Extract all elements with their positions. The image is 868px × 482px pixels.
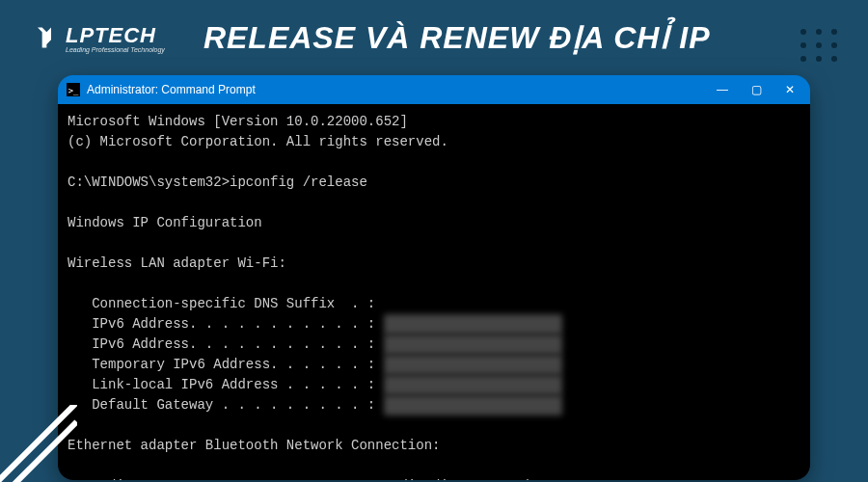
maximize-button[interactable]: ▢ xyxy=(751,83,762,96)
terminal-line: IPv6 Address. . . . . . . . . . . : xyxy=(68,336,375,352)
decorative-corner xyxy=(0,405,77,482)
close-button[interactable]: ✕ xyxy=(785,83,795,96)
cmd-icon: >_ xyxy=(66,82,81,97)
redacted-value: xxxxxxxxxxxxxxxxxxxxxx xyxy=(384,335,562,355)
redacted-value: xxxxxxxxxxxxxxxxxxxxxx xyxy=(384,395,562,415)
command-prompt-window: >_ Administrator: Command Prompt — ▢ ✕ M… xyxy=(58,75,810,480)
svg-text:>_: >_ xyxy=(68,86,79,95)
logo-subtitle: Leading Professional Technology xyxy=(66,46,165,53)
terminal-line: Temporary IPv6 Address. . . . . . : xyxy=(68,357,375,372)
terminal-line: Wireless LAN adapter Wi-Fi: xyxy=(68,255,286,271)
terminal-line: Link-local IPv6 Address . . . . . : xyxy=(68,377,375,392)
terminal-line: Windows IP Configuration xyxy=(68,215,262,230)
terminal-line: C:\WINDOWS\system32>ipconfig /release xyxy=(68,174,367,190)
terminal-line: Microsoft Windows [Version 10.0.22000.65… xyxy=(68,114,408,129)
terminal-line: Media State . . . . . . . . . . . : Medi… xyxy=(68,478,529,480)
terminal-line: Connection-specific DNS Suffix . : xyxy=(68,296,375,311)
page-title: RELEASE VÀ RENEW ĐỊA CHỈ IP xyxy=(203,19,711,56)
terminal-output[interactable]: Microsoft Windows [Version 10.0.22000.65… xyxy=(58,104,810,480)
window-title: Administrator: Command Prompt xyxy=(87,83,256,96)
redacted-value: xxxxxxxxxxxxxxxxxxxxxx xyxy=(384,314,562,335)
redacted-value: xxxxxxxxxxxxxxxxxxxxxx xyxy=(384,375,562,395)
logo-text: LPTECH xyxy=(66,23,165,48)
brand-logo: LPTECH Leading Professional Technology xyxy=(29,22,165,53)
window-titlebar: >_ Administrator: Command Prompt — ▢ ✕ xyxy=(58,75,810,104)
terminal-line: (c) Microsoft Corporation. All rights re… xyxy=(68,134,448,149)
terminal-line: Ethernet adapter Bluetooth Network Conne… xyxy=(68,438,440,453)
logo-icon xyxy=(29,22,60,53)
decorative-dots xyxy=(800,29,839,62)
redacted-value: xxxxxxxxxxxxxxxxxxxxxx xyxy=(384,355,562,375)
terminal-line: IPv6 Address. . . . . . . . . . . : xyxy=(68,316,375,332)
minimize-button[interactable]: — xyxy=(717,83,728,96)
terminal-line: Default Gateway . . . . . . . . . : xyxy=(68,397,375,413)
